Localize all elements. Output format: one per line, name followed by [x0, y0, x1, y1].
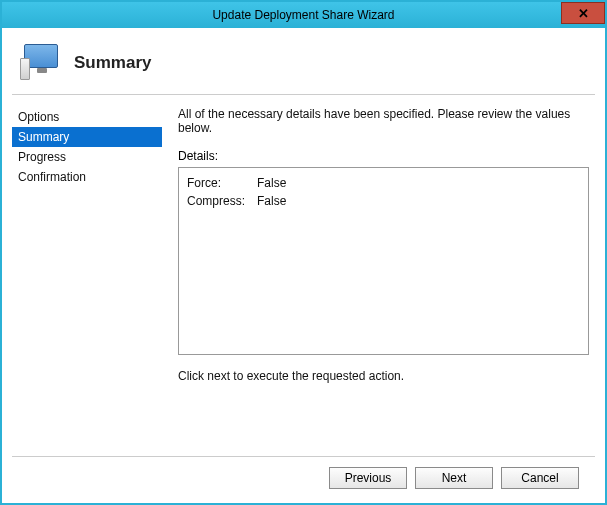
body: Options Summary Progress Confirmation Al…	[2, 95, 605, 456]
sidebar-item-label: Progress	[18, 150, 66, 164]
sidebar: Options Summary Progress Confirmation	[12, 101, 162, 456]
next-button[interactable]: Next	[415, 467, 493, 489]
sidebar-item-progress[interactable]: Progress	[12, 147, 162, 167]
sidebar-item-options[interactable]: Options	[12, 107, 162, 127]
cancel-button[interactable]: Cancel	[501, 467, 579, 489]
detail-row: Force: False	[187, 174, 580, 192]
sidebar-item-label: Confirmation	[18, 170, 86, 184]
sidebar-item-label: Summary	[18, 130, 69, 144]
page-title: Summary	[74, 53, 151, 73]
main-panel: All of the necessary details have been s…	[162, 101, 595, 456]
sidebar-item-confirmation[interactable]: Confirmation	[12, 167, 162, 187]
close-button[interactable]: ✕	[561, 2, 605, 24]
close-icon: ✕	[578, 6, 589, 21]
footer-instruction: Click next to execute the requested acti…	[178, 369, 589, 383]
details-box: Force: False Compress: False	[178, 167, 589, 355]
details-label: Details:	[178, 149, 589, 163]
titlebar: Update Deployment Share Wizard ✕	[2, 2, 605, 28]
detail-key: Force:	[187, 174, 257, 192]
computer-icon	[20, 42, 62, 84]
sidebar-item-summary[interactable]: Summary	[12, 127, 162, 147]
detail-key: Compress:	[187, 192, 257, 210]
button-bar: Previous Next Cancel	[12, 456, 595, 503]
previous-button[interactable]: Previous	[329, 467, 407, 489]
header: Summary	[2, 28, 605, 94]
instruction-text: All of the necessary details have been s…	[178, 107, 589, 135]
sidebar-item-label: Options	[18, 110, 59, 124]
window-title: Update Deployment Share Wizard	[212, 8, 394, 22]
detail-value: False	[257, 192, 286, 210]
detail-row: Compress: False	[187, 192, 580, 210]
detail-value: False	[257, 174, 286, 192]
